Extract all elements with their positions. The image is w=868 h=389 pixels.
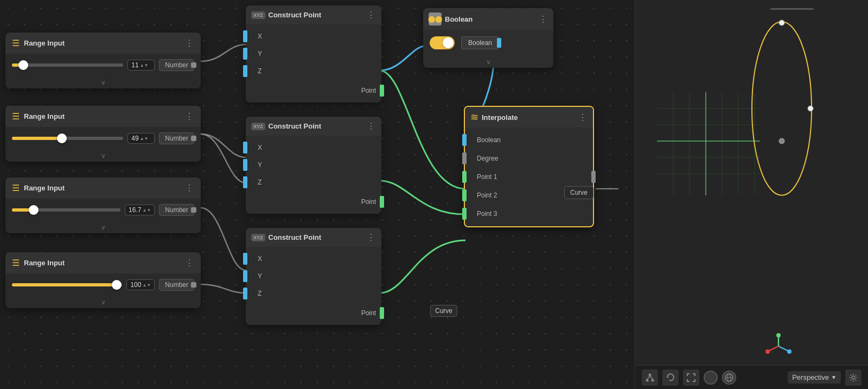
cp1-y-in[interactable] — [243, 48, 247, 60]
cp2-port-y[interactable]: Y — [246, 156, 381, 174]
construct-point-node-1: XYZ Construct Point ⋮ X Y Z Point — [246, 5, 381, 103]
collapse-4[interactable]: ∨ — [5, 296, 201, 308]
collapse-3[interactable]: ∨ — [5, 221, 201, 233]
cp3-port-z[interactable]: Z — [246, 285, 381, 302]
cp1-port-z[interactable]: Z — [246, 62, 381, 80]
interp-degree-in[interactable] — [462, 152, 467, 164]
svg-point-15 — [779, 138, 784, 144]
perspective-dropdown[interactable]: Perspective ▼ — [788, 371, 841, 384]
interp-curve-out[interactable] — [591, 171, 596, 183]
cp2-z-in[interactable] — [243, 176, 247, 188]
top-divider — [770, 8, 814, 10]
cp2-y-in[interactable] — [243, 159, 247, 171]
cp1-header: XYZ Construct Point ⋮ — [246, 5, 381, 24]
collapse-2[interactable]: ∨ — [5, 150, 201, 162]
interpolate-node: ≋ Interpolate ⋮ Boolean Degree Point 1 C… — [464, 106, 594, 227]
chevron-down-icon: ▼ — [831, 374, 837, 380]
cp2-menu[interactable]: ⋮ — [367, 121, 376, 131]
interp-point1-in[interactable] — [462, 171, 467, 183]
boolean-out-port[interactable] — [497, 38, 501, 48]
slider-thumb-3[interactable] — [29, 205, 39, 215]
range-menu-4[interactable]: ⋮ — [185, 258, 194, 268]
spinners-1[interactable]: ▲▼ — [140, 63, 149, 68]
slider-track-4[interactable] — [12, 283, 122, 286]
cp2-body: X Y Z Point — [246, 136, 381, 214]
value-box-3[interactable]: 16.7 ▲▼ — [125, 205, 155, 215]
cp2-port-z[interactable]: Z — [246, 174, 381, 191]
cp2-port-out[interactable]: Point — [246, 193, 381, 211]
interp-port-point1[interactable]: Point 1 — [465, 168, 593, 186]
viewport-btn-network[interactable] — [642, 369, 658, 386]
slider-track-1[interactable] — [12, 63, 123, 67]
cp1-z-in[interactable] — [243, 65, 247, 77]
viewport-content — [635, 0, 868, 389]
range-icon-4: ☰ — [12, 258, 20, 268]
cp3-y-in[interactable] — [243, 270, 247, 282]
range-icon-3: ☰ — [12, 183, 20, 193]
cp2-port-x[interactable]: X — [246, 139, 381, 156]
cp3-menu[interactable]: ⋮ — [367, 232, 376, 243]
perspective-label: Perspective — [792, 373, 829, 381]
cp1-port-y[interactable]: Y — [246, 45, 381, 62]
range-title-4: Range Input — [24, 259, 181, 267]
viewport-btn-refresh[interactable] — [662, 369, 679, 386]
type-badge-1: Number — [159, 59, 194, 71]
spinners-3[interactable]: ▲▼ — [142, 208, 151, 213]
collapse-1[interactable]: ∨ — [5, 76, 201, 88]
output-port-1[interactable] — [191, 62, 196, 68]
range-row-1: 11 ▲▼ Number — [12, 59, 194, 71]
interp-port-point3[interactable]: Point 3 — [465, 205, 593, 223]
interp-port-boolean[interactable]: Boolean — [465, 131, 593, 149]
interp-point2-in[interactable] — [462, 189, 467, 201]
range-input-node-4: ☰ Range Input ⋮ 100 ▲▼ Number ∨ — [5, 252, 201, 308]
slider-track-3[interactable] — [12, 208, 120, 212]
cp2-point-out[interactable] — [380, 196, 384, 208]
cp1-x-in[interactable] — [243, 30, 247, 42]
range-row-2: 49 ▲▼ Number — [12, 132, 194, 144]
output-port-3[interactable] — [191, 207, 196, 213]
slider-thumb-4[interactable] — [112, 280, 122, 290]
cp1-port-x[interactable]: X — [246, 28, 381, 45]
cp1-port-out[interactable]: Point — [246, 82, 381, 99]
boolean-body: Boolean — [423, 30, 553, 56]
cp2-x-in[interactable] — [243, 142, 247, 154]
cp3-port-y[interactable]: Y — [246, 267, 381, 285]
value-box-1[interactable]: 11 ▲▼ — [127, 60, 155, 71]
value-box-2[interactable]: 49 ▲▼ — [127, 133, 155, 144]
interp-port-degree[interactable]: Degree — [465, 149, 593, 168]
cp3-point-out[interactable] — [380, 307, 384, 319]
range-menu-3[interactable]: ⋮ — [185, 183, 194, 193]
cp3-x-in[interactable] — [243, 253, 247, 265]
output-port-4[interactable] — [191, 282, 196, 288]
range-menu-2[interactable]: ⋮ — [185, 111, 194, 122]
interp-boolean-in[interactable] — [462, 134, 467, 146]
interp-icon: ≋ — [470, 111, 478, 123]
toggle-knob — [443, 37, 454, 48]
cp1-menu[interactable]: ⋮ — [367, 10, 376, 20]
output-port-2[interactable] — [191, 136, 196, 141]
cp3-z-in[interactable] — [243, 288, 247, 299]
value-box-4[interactable]: 100 ▲▼ — [126, 279, 155, 290]
svg-point-18 — [776, 333, 781, 337]
cp3-port-x[interactable]: X — [246, 250, 381, 267]
slider-track-2[interactable] — [12, 137, 123, 140]
boolean-collapse[interactable]: ∨ — [423, 56, 553, 68]
range-menu-1[interactable]: ⋮ — [185, 38, 194, 48]
slider-thumb-1[interactable] — [18, 60, 28, 70]
cp3-body: X Y Z Point — [246, 247, 381, 325]
spinners-4[interactable]: ▲▼ — [142, 283, 151, 288]
cp1-point-out[interactable] — [380, 85, 384, 97]
spinners-2[interactable]: ▲▼ — [140, 136, 149, 141]
interp-menu[interactable]: ⋮ — [578, 112, 588, 123]
viewport-btn-expand[interactable] — [683, 369, 699, 386]
range-header-2: ☰ Range Input ⋮ — [5, 106, 201, 127]
cp3-port-out[interactable]: Point — [246, 304, 381, 322]
range-input-node-2: ☰ Range Input ⋮ 49 ▲▼ Number ∨ — [5, 106, 201, 162]
viewport-circle-btn[interactable] — [704, 371, 718, 385]
settings-button[interactable] — [845, 369, 861, 386]
slider-thumb-2[interactable] — [57, 133, 67, 143]
viewport-globe-btn[interactable] — [722, 371, 736, 385]
boolean-toggle[interactable] — [430, 36, 455, 49]
interp-point3-in[interactable] — [462, 208, 467, 220]
boolean-menu[interactable]: ⋮ — [539, 14, 548, 24]
